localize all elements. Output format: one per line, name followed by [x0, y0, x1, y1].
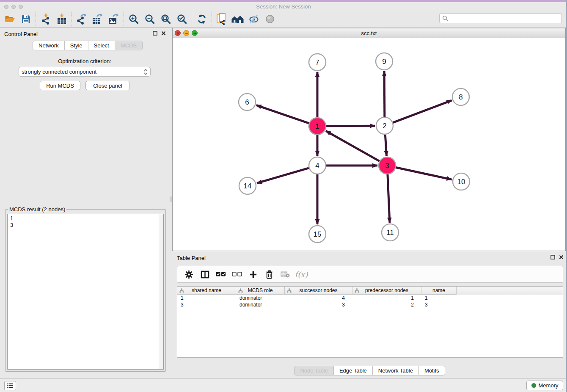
- column-header-successor-nodes[interactable]: successor nodes: [285, 287, 352, 295]
- tab-mcds[interactable]: MCDS: [115, 41, 143, 50]
- network-window-titlebar: scc.txt: [173, 28, 565, 38]
- graph-node-label: 8: [459, 93, 462, 101]
- app-titlebar: Session: New Session: [0, 2, 567, 11]
- tab-edge-table[interactable]: Edge Table: [334, 366, 373, 375]
- ndex-button[interactable]: [230, 12, 246, 26]
- graph-edge-4-14[interactable]: [257, 168, 309, 183]
- deselect-all-button[interactable]: [229, 267, 245, 282]
- table-row[interactable]: 3 dominator 3 2 3: [177, 301, 563, 308]
- status-bar: Memory: [0, 378, 567, 392]
- export-image-button[interactable]: [106, 12, 122, 26]
- combo-chevrons-icon: [144, 69, 148, 75]
- task-history-button[interactable]: [4, 381, 16, 390]
- app-window: Session: New Session: [0, 0, 567, 392]
- column-header-shared-name[interactable]: shared name: [177, 287, 236, 295]
- run-mcds-button[interactable]: Run MCDS: [40, 81, 80, 90]
- delete-button[interactable]: [261, 267, 277, 282]
- save-session-button[interactable]: [18, 12, 34, 26]
- sort-icon: [287, 288, 292, 293]
- import-table-icon: [56, 14, 67, 25]
- cell-name: 1: [421, 295, 457, 301]
- import-network-button[interactable]: [38, 12, 54, 26]
- toolbar-separator: [36, 12, 36, 26]
- graph-node-label: 1: [315, 122, 319, 130]
- export-network-button[interactable]: [74, 12, 90, 26]
- tab-select[interactable]: Select: [88, 41, 115, 50]
- float-panel-icon[interactable]: [550, 255, 555, 259]
- graph-edge-2-8[interactable]: [393, 100, 452, 122]
- tab-motifs[interactable]: Motifs: [419, 366, 445, 375]
- gear-icon: [185, 271, 193, 279]
- column-header-name[interactable]: name: [421, 287, 457, 295]
- toolbar-separator: [124, 12, 124, 26]
- zoom-selected-button[interactable]: [174, 12, 190, 26]
- mcds-result-list[interactable]: 1 3: [7, 214, 164, 370]
- graph-node-label: 11: [386, 229, 394, 237]
- column-header-predecessor-nodes[interactable]: predecessor nodes: [352, 287, 421, 295]
- add-button[interactable]: [245, 267, 261, 282]
- zoom-in-button[interactable]: [126, 12, 142, 26]
- export-table-button[interactable]: [90, 12, 106, 26]
- toggle-visibility-button[interactable]: [246, 12, 262, 26]
- houses-icon: [231, 14, 244, 24]
- table-row[interactable]: 1 dominator 4 1 1: [177, 295, 563, 301]
- close-panel-button[interactable]: Close panel: [85, 81, 130, 90]
- column-header-mcds-role[interactable]: MCDS role: [236, 287, 285, 295]
- memory-button[interactable]: Memory: [526, 381, 563, 390]
- mcds-result-box: MCDS result (2 nodes) 1 3: [5, 209, 166, 372]
- tab-network[interactable]: Network: [33, 41, 65, 50]
- graph-edge-2-9[interactable]: [384, 71, 385, 117]
- select-all-icon: [216, 272, 226, 277]
- mcds-result-line: 3: [10, 222, 163, 229]
- zoom-in-icon: [128, 14, 139, 25]
- import-table-button[interactable]: [54, 12, 70, 26]
- graph-edge-3-10[interactable]: [396, 167, 452, 179]
- graph-edge-3-1[interactable]: [326, 131, 380, 161]
- close-panel-label: Close panel: [93, 83, 122, 89]
- table-tabs: Node Table Edge Table Network Table Moti…: [172, 366, 567, 375]
- toggle-columns-button[interactable]: [197, 267, 213, 282]
- zoom-out-button[interactable]: [142, 12, 158, 26]
- tab-node-table[interactable]: Node Table: [294, 366, 334, 375]
- columns-icon: [201, 271, 209, 279]
- zoom-selected-icon: [176, 14, 187, 25]
- save-floppy-icon: [21, 14, 31, 24]
- optimization-criterion-label: Optimization criterion:: [0, 58, 169, 64]
- select-all-button[interactable]: [213, 267, 229, 282]
- node-table-header: shared name MCDS role successor nodes pr…: [177, 287, 563, 295]
- tab-style[interactable]: Style: [65, 41, 88, 50]
- search-input[interactable]: [448, 15, 559, 22]
- criterion-select[interactable]: strongly connected component: [19, 67, 151, 77]
- tab-network-table[interactable]: Network Table: [373, 366, 419, 375]
- deselect-all-icon: [232, 272, 242, 277]
- search-field[interactable]: [439, 13, 562, 23]
- cell-predecessor-nodes: 2: [352, 301, 421, 308]
- column-label: MCDS role: [248, 287, 273, 293]
- graph-edge-1-6[interactable]: [256, 105, 309, 123]
- apply-layout-button[interactable]: [194, 12, 210, 26]
- graph-node-label: 10: [457, 178, 465, 186]
- list-icon: [6, 383, 14, 389]
- table-settings-button[interactable]: [181, 267, 197, 282]
- split-divider-handle[interactable]: [170, 196, 172, 202]
- table-panel: Table Panel: [172, 252, 567, 378]
- function-builder-button-disabled: f(x): [293, 267, 309, 282]
- new-network-from-selection-button[interactable]: [214, 12, 230, 26]
- app-window-title: Session: New Session: [0, 3, 567, 10]
- graph-edge-1-2[interactable]: [326, 126, 375, 126]
- open-folder-icon: [4, 14, 16, 24]
- eye-slash-icon: [248, 14, 260, 25]
- graph-edge-3-11[interactable]: [388, 174, 390, 223]
- zoom-fit-button[interactable]: [158, 12, 174, 26]
- result-scrollbar[interactable]: [159, 214, 163, 369]
- close-panel-icon[interactable]: [161, 31, 166, 36]
- criterion-selected-value: strongly connected component: [22, 69, 144, 75]
- column-label: name: [432, 287, 445, 293]
- network-canvas[interactable]: 1234678910111415: [173, 38, 565, 251]
- graph-edge-2-3[interactable]: [385, 135, 386, 156]
- close-panel-icon[interactable]: [559, 255, 564, 259]
- float-panel-icon[interactable]: [153, 31, 157, 36]
- plus-icon: [249, 271, 257, 279]
- open-session-button[interactable]: [2, 12, 18, 26]
- control-panel-header: Control Panel: [0, 28, 169, 40]
